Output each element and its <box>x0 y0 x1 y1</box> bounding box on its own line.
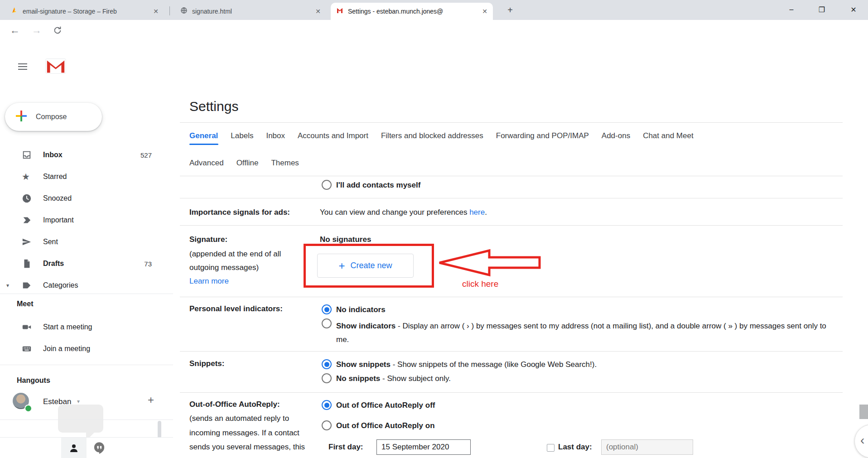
last-day-input[interactable] <box>601 439 693 455</box>
preferences-here-link[interactable]: here <box>469 208 485 217</box>
tab-title: email-signature – Storage – Fireb <box>23 8 149 15</box>
main-menu-icon[interactable] <box>18 62 27 72</box>
no-snippets-text[interactable]: No snippets - Show subject only. <box>336 374 451 383</box>
browser-toolbar: ← → mail.google.com/mail/u/0/#settings/g… <box>0 20 868 42</box>
window-close-button[interactable]: ✕ <box>843 0 864 19</box>
sidebar-item-inbox[interactable]: Inbox 527 <box>0 144 159 166</box>
add-contacts-myself-label[interactable]: I'll add contacts myself <box>336 181 420 190</box>
send-icon <box>22 237 32 247</box>
tab-inbox[interactable]: Inbox <box>266 131 285 140</box>
autoreply-off-label[interactable]: Out of Office AutoReply off <box>336 401 435 410</box>
sidebar-divider <box>0 419 173 420</box>
new-conversation-plus-icon[interactable]: + <box>148 394 154 406</box>
autoreply-sublabel-line2: incoming messages. If a contact <box>189 429 299 438</box>
sidebar: Compose Inbox 527 ★ Starred Snoozed Impo… <box>0 85 173 458</box>
divider <box>180 297 843 297</box>
no-signatures-status: No signatures <box>320 235 371 244</box>
browser-tab-gmail-settings[interactable]: Settings - esteban.munch.jones@ ✕ <box>331 3 493 20</box>
autoreply-label: Out-of-Office AutoReply: <box>189 400 280 409</box>
expand-caret-icon[interactable]: ▾ <box>6 282 9 289</box>
forward-icon[interactable]: → <box>32 24 42 36</box>
autoreply-off-radio[interactable] <box>322 400 332 410</box>
sidebar-item-start-meeting[interactable]: Start a meeting <box>0 316 159 338</box>
window-maximize-button[interactable]: ❐ <box>811 0 832 19</box>
online-presence-dot <box>24 405 32 412</box>
signature-sublabel-line1: (appended at the end of all <box>189 250 281 259</box>
compose-button[interactable]: Compose <box>5 103 102 131</box>
sidebar-item-snoozed[interactable]: Snoozed <box>0 188 159 209</box>
page-scrollbar-thumb[interactable] <box>859 405 868 419</box>
no-indicators-label[interactable]: No indicators <box>336 305 386 314</box>
tab-labels[interactable]: Labels <box>231 131 253 140</box>
reload-icon[interactable] <box>53 25 63 37</box>
inbox-icon <box>22 150 32 160</box>
settings-tab-row-2: Advanced Offline Themes <box>189 159 299 168</box>
importance-label: Importance signals for ads: <box>189 208 290 217</box>
divider <box>180 198 843 198</box>
person-icon <box>68 443 79 453</box>
no-indicators-radio[interactable] <box>322 304 332 314</box>
sidebar-item-join-meeting[interactable]: Join a meeting <box>0 338 159 360</box>
settings-tab-row-1: General Labels Inbox Accounts and Import… <box>189 131 694 140</box>
contacts-tab-button[interactable] <box>61 438 87 458</box>
sidebar-scrollbar-thumb[interactable] <box>158 421 161 438</box>
annotation-click-here-text: click here <box>462 279 498 289</box>
page-title: Settings <box>189 99 238 114</box>
first-day-input[interactable] <box>376 439 471 455</box>
important-marker-icon <box>22 215 32 225</box>
first-day-label: First day: <box>328 443 363 452</box>
sidebar-item-sent[interactable]: Sent <box>0 231 159 253</box>
drafts-count: 73 <box>144 260 152 268</box>
tab-general[interactable]: General <box>189 131 218 140</box>
no-snippets-radio[interactable] <box>322 373 332 383</box>
clock-icon <box>22 193 32 203</box>
label-tag-icon <box>22 280 32 290</box>
autoreply-on-radio[interactable] <box>322 420 332 430</box>
autoreply-on-label[interactable]: Out of Office AutoReply on <box>336 421 435 430</box>
signature-sublabel-line2: outgoing messages) <box>189 263 259 272</box>
tab-offline[interactable]: Offline <box>236 159 259 168</box>
divider <box>180 176 843 176</box>
back-icon[interactable]: ← <box>10 24 20 36</box>
tab-forwarding[interactable]: Forwarding and POP/IMAP <box>496 131 589 140</box>
show-indicators-text[interactable]: Show indicators - Display an arrow ( › )… <box>336 319 840 347</box>
sidebar-item-drafts[interactable]: Drafts 73 <box>0 253 159 275</box>
inbox-count: 527 <box>140 151 152 159</box>
divider <box>180 351 843 352</box>
tab-accounts-and-import[interactable]: Accounts and Import <box>298 131 368 140</box>
browser-tab-signature[interactable]: signature.html ✕ <box>175 3 326 20</box>
tab-separator <box>169 6 170 15</box>
tab-addons[interactable]: Add-ons <box>602 131 630 140</box>
add-contacts-myself-radio[interactable] <box>322 180 332 190</box>
show-indicators-radio[interactable] <box>322 318 332 328</box>
sidebar-item-important[interactable]: Important <box>0 209 159 231</box>
hangouts-tab-button[interactable] <box>93 441 106 456</box>
sidebar-item-starred[interactable]: ★ Starred <box>0 166 159 188</box>
chevron-left-icon: ‹ <box>860 433 864 448</box>
tab-close-icon[interactable]: ✕ <box>482 8 487 15</box>
new-tab-button[interactable]: + <box>504 4 516 16</box>
tab-chat-and-meet[interactable]: Chat and Meet <box>643 131 694 140</box>
compose-label: Compose <box>36 113 67 121</box>
tab-filters[interactable]: Filters and blocked addresses <box>381 131 483 140</box>
hangouts-user-caret-icon[interactable]: ▾ <box>77 398 80 405</box>
indicators-label: Personal level indicators: <box>189 304 283 313</box>
annotation-arrow-icon <box>438 248 542 279</box>
learn-more-link[interactable]: Learn more <box>189 277 229 286</box>
tab-advanced[interactable]: Advanced <box>189 159 224 168</box>
last-day-checkbox[interactable] <box>547 444 555 452</box>
gmail-logo-icon[interactable] <box>45 58 66 76</box>
autoreply-sublabel-line1: (sends an automated reply to <box>189 414 289 423</box>
tab-title: Settings - esteban.munch.jones@ <box>348 8 477 15</box>
browser-tab-firebase[interactable]: email-signature – Storage – Fireb ✕ <box>5 3 164 20</box>
tab-close-icon[interactable]: ✕ <box>315 8 321 15</box>
show-snippets-text[interactable]: Show snippets - Show snippets of the mes… <box>336 360 597 369</box>
tab-close-icon[interactable]: ✕ <box>153 8 159 15</box>
gmail-header: Gmail <box>0 42 868 85</box>
show-snippets-radio[interactable] <box>322 359 332 369</box>
active-tab-underline <box>189 144 218 145</box>
sidebar-item-categories[interactable]: ▾ Categories <box>0 275 159 296</box>
last-day-label: Last day: <box>558 443 592 452</box>
tab-themes[interactable]: Themes <box>271 159 299 168</box>
window-minimize-button[interactable]: – <box>781 0 802 19</box>
